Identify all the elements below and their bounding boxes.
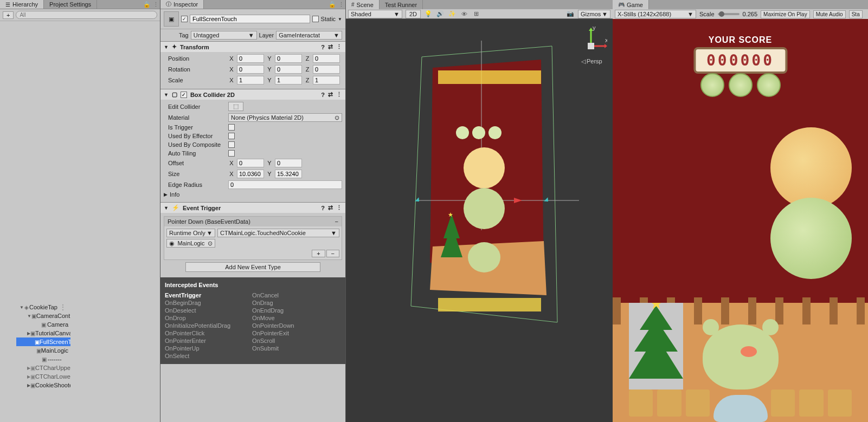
game-tab[interactable]: 🎮 Game — [613, 0, 649, 9]
gameobject-icon: ▣ — [36, 348, 41, 354]
runtime-dropdown[interactable]: Runtime Only▼ — [166, 229, 215, 237]
svg-rect-17 — [438, 70, 541, 84]
gameobject-icon: ▣ — [30, 330, 35, 336]
test-runner-tab[interactable]: Test Runner — [380, 0, 423, 9]
lock-icon[interactable]: 🔒 — [328, 0, 337, 9]
inspector-tab[interactable]: ⓘ Inspector — [160, 0, 204, 9]
hierarchy-item[interactable]: ▣MainLogic — [16, 346, 70, 355]
rotation-y[interactable] — [275, 65, 302, 74]
scale-slider[interactable] — [718, 13, 740, 15]
event-name: OnBeginDrag — [165, 299, 230, 307]
hierarchy-item[interactable]: ▶▣CTCharUpper — [16, 363, 70, 372]
mute-button[interactable]: Mute Audio — [813, 10, 846, 18]
gameobject-icon: ◈ — [24, 304, 29, 310]
svg-marker-1 — [605, 44, 607, 48]
offset-x[interactable] — [237, 159, 264, 167]
shaded-dropdown[interactable]: Shaded▼ — [348, 10, 402, 18]
hierarchy-tab[interactable]: ☰ Hierarchy — [0, 0, 44, 9]
layer-dropdown[interactable]: GameInteractat▼ — [276, 31, 342, 40]
edge-radius[interactable] — [228, 180, 342, 189]
fx-icon[interactable]: ✨ — [448, 10, 456, 18]
score-label: YOUR SCORE — [693, 35, 787, 45]
box-collider-header[interactable]: ▼▢ Box Collider 2D ?⇄⋮ — [160, 89, 345, 100]
auto-tiling-checkbox[interactable] — [228, 150, 235, 157]
grid-icon[interactable]: ⊞ — [472, 10, 480, 18]
tag-label: Tag — [179, 32, 189, 38]
size-y[interactable] — [275, 170, 302, 178]
static-checkbox[interactable] — [312, 16, 319, 22]
item-menu-icon[interactable]: ⋮ — [57, 303, 68, 311]
gameobject-icon[interactable]: ▣ — [164, 11, 179, 27]
game-panel: 🎮 Game X-Stills (1242x2688)▼ Scale 0.265… — [613, 0, 868, 422]
event-trigger-header[interactable]: ▼⚡ Event Trigger ?⇄⋮ — [160, 203, 345, 213]
add-listener-button[interactable]: + — [312, 250, 325, 257]
tag-dropdown[interactable]: Untagged▼ — [191, 31, 257, 40]
hierarchy-item[interactable]: ▼◈CookieTap⋮ — [16, 303, 70, 311]
scene-tab[interactable]: # Scene — [346, 0, 380, 9]
2d-toggle[interactable]: 2D — [406, 10, 421, 18]
edit-collider-button[interactable]: ⬚ — [228, 102, 243, 111]
hierarchy-item[interactable]: ▼▣CameraControl — [16, 311, 70, 320]
scene-panel: # Scene Test Runner Shaded▼ 2D 💡 🔊 ✨ 👁 ⊞… — [346, 0, 613, 422]
project-settings-tab[interactable]: Project Settings — [44, 0, 97, 9]
hierarchy-item[interactable]: ▣FullScreenTouch — [16, 337, 70, 346]
event-name: OnSubmit — [252, 345, 294, 352]
cookie-sprite — [770, 127, 852, 209]
gameobject-name-field[interactable] — [190, 15, 310, 23]
event-name: OnDrag — [252, 299, 294, 307]
stats-button[interactable]: Sta — [849, 10, 863, 18]
active-checkbox[interactable] — [181, 16, 188, 22]
position-y[interactable] — [275, 54, 302, 63]
camera-icon[interactable]: 📷 — [566, 10, 575, 18]
panel-menu-icon[interactable]: ⋮ — [337, 0, 345, 9]
event-name: OnPointerClick — [165, 329, 230, 337]
panel-menu-icon[interactable]: ⋮ — [151, 0, 160, 9]
hierarchy-item[interactable]: ▶▣TutorialCanvas — [16, 329, 70, 337]
transform-header[interactable]: ▼✦ Transform ?⇄⋮ — [160, 42, 345, 52]
remove-listener-button[interactable]: − — [326, 250, 339, 257]
event-block: Pointer Down (BaseEventData)− Runtime On… — [164, 216, 342, 260]
hierarchy-panel: ☰ Hierarchy Project Settings 🔒 ⋮ + ▼◈Coo… — [0, 0, 160, 422]
collider-enabled-checkbox[interactable] — [181, 92, 187, 98]
scale-x[interactable] — [237, 76, 264, 85]
rotation-z[interactable] — [313, 65, 340, 74]
used-by-composite-checkbox[interactable] — [228, 141, 235, 148]
cookie-sprite — [770, 198, 852, 279]
svg-text:x: x — [605, 37, 607, 43]
target-field[interactable]: ◉MainLogic⊙ — [166, 239, 215, 248]
light-icon[interactable]: 💡 — [424, 10, 433, 18]
position-x[interactable] — [237, 54, 264, 63]
scale-z[interactable] — [313, 76, 340, 85]
offset-y[interactable] — [275, 159, 302, 167]
event-trigger-component: ▼⚡ Event Trigger ?⇄⋮ Pointer Down (BaseE… — [160, 202, 345, 277]
audio-icon[interactable]: 🔊 — [436, 10, 445, 18]
function-dropdown[interactable]: CTMainLogic.TouchedNoCookie▼ — [217, 229, 339, 237]
scene-view[interactable]: x y ◁ Persp — [346, 19, 613, 422]
create-button[interactable]: + — [3, 11, 14, 19]
svg-text:Persp: Persp — [587, 58, 602, 64]
maximize-button[interactable]: Maximize On Play — [761, 10, 810, 18]
size-x[interactable] — [237, 170, 264, 178]
material-field[interactable]: None (Physics Material 2D)⊙ — [228, 113, 342, 122]
event-icon: ⚡ — [172, 204, 179, 211]
gameobject-icon: ▣ — [30, 365, 35, 371]
hierarchy-item[interactable]: ▣------- — [16, 355, 70, 363]
used-by-effector-checkbox[interactable] — [228, 133, 235, 139]
hierarchy-item[interactable]: ▶▣CTCharLower — [16, 372, 70, 381]
hierarchy-item[interactable]: ▣Camera — [16, 320, 70, 329]
xmas-tree: ★ — [629, 303, 683, 389]
rotation-x[interactable] — [237, 65, 264, 74]
hidden-icon[interactable]: 👁 — [460, 10, 468, 18]
is-trigger-checkbox[interactable] — [228, 124, 235, 131]
lock-icon[interactable]: 🔒 — [143, 0, 151, 9]
hierarchy-search[interactable] — [16, 11, 157, 19]
gizmos-dropdown[interactable]: Gizmos▼ — [578, 10, 610, 18]
display-dropdown[interactable]: X-Stills (1242x2688)▼ — [615, 10, 696, 18]
hierarchy-item[interactable]: ▶▣CookieShooter — [16, 381, 70, 389]
position-z[interactable] — [313, 54, 340, 63]
scale-y[interactable] — [275, 76, 302, 85]
orientation-gizmo[interactable]: x y ◁ Persp — [575, 24, 607, 73]
add-event-type-button[interactable]: Add New Event Type — [185, 262, 320, 272]
event-name: OnDeselect — [165, 307, 230, 314]
remove-event-button[interactable]: − — [335, 218, 338, 225]
